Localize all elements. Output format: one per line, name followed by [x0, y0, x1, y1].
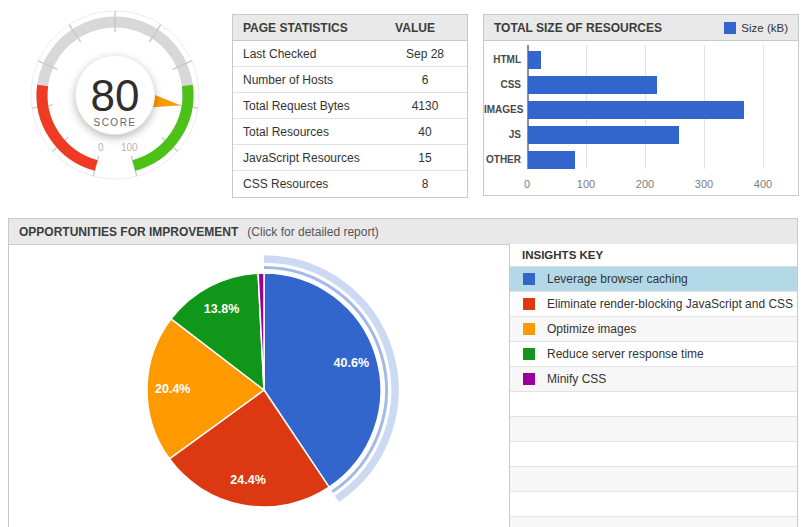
insight-label: Minify CSS — [547, 372, 606, 386]
score-gauge: 80SCORE0100 — [25, 5, 205, 185]
x-tick-label: 300 — [687, 178, 721, 190]
insight-color-swatch — [523, 348, 535, 360]
insight-label: Eliminate render-blocking JavaScript and… — [547, 297, 797, 311]
opportunities-pie-chart: 40.6%24.4%20.4%13.8% — [119, 245, 409, 527]
stat-value: 8 — [383, 177, 467, 191]
gauge-pointer-icon — [153, 95, 180, 107]
stat-value: 15 — [383, 151, 467, 165]
insights-key-empty-row — [510, 517, 797, 527]
insight-label: Optimize images — [547, 322, 636, 336]
gauge-score-label: SCORE — [93, 117, 136, 128]
resources-chart-panel: TOTAL SIZE OF RESOURCES Size (kB) HTMLCS… — [483, 14, 799, 196]
bar-category-label: CSS — [484, 76, 521, 94]
insights-key-item[interactable]: Reduce server response time — [510, 342, 797, 367]
size-legend-swatch — [724, 22, 736, 34]
bar-html[interactable] — [528, 51, 541, 69]
stat-row: CSS Resources 8 — [233, 171, 467, 197]
pie-slice-label: 20.4% — [155, 382, 190, 396]
insights-key-empty-row — [510, 492, 797, 517]
opportunities-subtitle: (Click for detailed report) — [247, 225, 378, 239]
insight-color-swatch — [523, 323, 535, 335]
bar-images[interactable] — [528, 101, 744, 119]
page-statistics-rows: Last Checked Sep 28Number of Hosts 6Tota… — [233, 41, 467, 197]
pie-slice-label: 40.6% — [334, 356, 369, 370]
insights-key-item[interactable]: Optimize images — [510, 317, 797, 342]
insights-key-rows: Leverage browser cachingEliminate render… — [510, 267, 797, 527]
stat-value: Sep 28 — [383, 47, 467, 61]
insight-color-swatch — [523, 273, 535, 285]
opportunities-title: OPPORTUNITIES FOR IMPROVEMENT — [19, 225, 238, 239]
x-tick-label: 100 — [569, 178, 603, 190]
stat-row: Total Request Bytes 4130 — [233, 93, 467, 119]
insights-key-empty-row — [510, 467, 797, 492]
page-statistics-header: PAGE STATISTICS VALUE — [233, 15, 467, 41]
resources-chart-legend: Size (kB) — [724, 22, 788, 34]
gridline — [763, 45, 764, 169]
insight-label: Leverage browser caching — [547, 272, 688, 286]
insights-key-empty-row — [510, 392, 797, 417]
size-legend-label: Size (kB) — [741, 22, 788, 34]
x-tick-label: 0 — [510, 178, 544, 190]
gauge-min-label: 0 — [98, 142, 104, 153]
insights-key-item[interactable]: Minify CSS — [510, 367, 797, 392]
stat-value: 40 — [383, 125, 467, 139]
page-statistics-panel: PAGE STATISTICS VALUE Last Checked Sep 2… — [232, 14, 468, 198]
stat-value: 6 — [383, 73, 467, 87]
gauge-max-label: 100 — [121, 142, 138, 153]
x-tick-label: 400 — [746, 178, 780, 190]
gauge-score-value: 80 — [91, 71, 140, 120]
x-tick-label: 200 — [628, 178, 662, 190]
resources-chart-title: TOTAL SIZE OF RESOURCES — [494, 21, 662, 35]
insight-color-swatch — [523, 373, 535, 385]
pie-svg: 40.6%24.4%20.4%13.8% — [119, 245, 409, 527]
stat-value: 4130 — [383, 99, 467, 113]
bar-plot-area: 0100200300400 — [527, 41, 796, 195]
value-column-header: VALUE — [373, 21, 457, 35]
bar-category-label: HTML — [484, 51, 521, 69]
stat-row: JavaScript Resources 15 — [233, 145, 467, 171]
stat-label: CSS Resources — [233, 177, 383, 191]
stat-label: Number of Hosts — [233, 73, 383, 87]
opportunities-header[interactable]: OPPORTUNITIES FOR IMPROVEMENT (Click for… — [9, 219, 797, 245]
stat-label: JavaScript Resources — [233, 151, 383, 165]
insights-key-empty-row — [510, 417, 797, 442]
resources-chart-header: TOTAL SIZE OF RESOURCES Size (kB) — [484, 15, 798, 41]
stat-label: Last Checked — [233, 47, 383, 61]
bar-other[interactable] — [528, 151, 575, 169]
insights-key-panel: INSIGHTS KEY Leverage browser cachingEli… — [509, 244, 797, 527]
bar-category-label: JS — [484, 126, 521, 144]
insight-color-swatch — [523, 298, 535, 310]
insights-key-item[interactable]: Leverage browser caching — [510, 267, 797, 292]
insights-key-title: INSIGHTS KEY — [510, 244, 797, 267]
insight-label: Reduce server response time — [547, 347, 704, 361]
bar-js[interactable] — [528, 126, 679, 144]
stat-row: Total Resources 40 — [233, 119, 467, 145]
bar-category-label: OTHER — [484, 151, 521, 169]
stat-label: Total Request Bytes — [233, 99, 383, 113]
opportunities-panel: OPPORTUNITIES FOR IMPROVEMENT (Click for… — [8, 218, 798, 527]
bar-category-label: IMAGES — [484, 101, 521, 119]
insights-key-empty-row — [510, 442, 797, 467]
bar-css[interactable] — [528, 76, 657, 94]
stat-row: Number of Hosts 6 — [233, 67, 467, 93]
stat-label: Total Resources — [233, 125, 383, 139]
pie-slice-label: 24.4% — [230, 473, 265, 487]
insights-key-item[interactable]: Eliminate render-blocking JavaScript and… — [510, 292, 797, 317]
pie-slice-label: 13.8% — [204, 302, 239, 316]
page-statistics-title: PAGE STATISTICS — [243, 21, 348, 35]
resources-bar-chart: HTMLCSSIMAGESJSOTHER 0100200300400 — [484, 41, 798, 195]
stat-row: Last Checked Sep 28 — [233, 41, 467, 67]
